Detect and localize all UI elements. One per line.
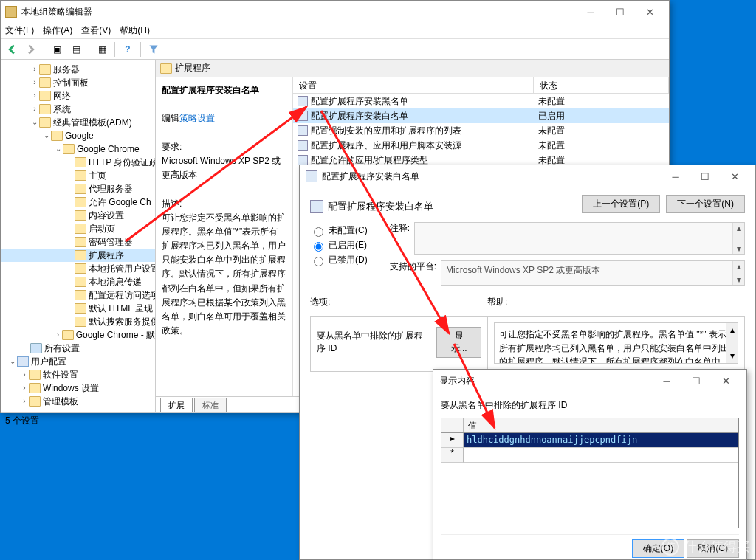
tree-item[interactable]: 经典管理模板(ADM) (53, 116, 132, 129)
tree-item[interactable]: 代理服务器 (89, 182, 133, 196)
option-label: 要从黑名单中排除的扩展程序 ID (317, 330, 430, 355)
desc-text: 可让您指定不受黑名单影响的扩展程序。黑名单值"*"表示所有扩展程序均已列入黑名单… (162, 212, 286, 336)
supported-box: Microsoft Windows XP SP2 或更高版本 ▴▾ (441, 260, 745, 286)
tree-item[interactable]: 密码管理器 (89, 235, 133, 249)
radio-enabled[interactable]: 已启用(E) (310, 239, 368, 252)
user-config-icon (17, 356, 29, 367)
list-button[interactable]: ▤ (68, 41, 84, 58)
folder-up-button[interactable]: ▣ (49, 41, 65, 58)
dialog1-title: 配置扩展程序安装白名单 (322, 170, 419, 183)
row-new[interactable]: * (441, 448, 464, 463)
dialog-icon (306, 170, 317, 182)
menu-file[interactable]: 文件(F) (5, 24, 34, 37)
scroll-up-icon[interactable]: ▴ (737, 223, 741, 233)
tab-extended[interactable]: 扩展 (160, 398, 193, 412)
tree-item[interactable]: 配置远程访问选项 (89, 288, 156, 302)
tree-item[interactable]: 用户配置 (31, 355, 66, 368)
filter-icon[interactable] (145, 41, 162, 58)
nav-tree[interactable]: ›服务器 ›控制面板 ›网络 ›系统 ⌄经典管理模板(ADM) ⌄Google … (1, 60, 156, 412)
policy-name: 配置扩展程序安装白名单 (162, 85, 259, 95)
extension-id-cell[interactable]: hldhciddgnhdnnoannaijjepcpndfijn (464, 433, 738, 448)
show-button[interactable]: 显示... (436, 327, 481, 358)
window-title: 本地组策略编辑器 (21, 6, 92, 18)
maximize-button[interactable]: ☐ (681, 370, 711, 391)
tree-item[interactable]: 网络 (53, 89, 71, 103)
ok-button[interactable]: 确定(O) (632, 539, 684, 558)
value-grid[interactable]: 值 ▸hldhciddgnhdnnoannaijjepcpndfijn * (441, 418, 739, 528)
policy-icon (298, 155, 308, 165)
tree-item[interactable]: Google Chrome (77, 142, 140, 156)
tree-item[interactable]: Google Chrome - 默 (76, 328, 155, 342)
menu-view[interactable]: 查看(V) (81, 24, 111, 37)
comment-label: 注释: (390, 222, 410, 235)
tree-item[interactable]: 内容设置 (89, 209, 124, 222)
menu-action[interactable]: 操作(A) (43, 24, 72, 37)
policy-icon (298, 125, 308, 136)
scroll-down-icon[interactable]: ▾ (737, 243, 741, 254)
close-button[interactable]: ✕ (711, 370, 740, 391)
tree-item[interactable]: 本地消息传递 (89, 275, 142, 288)
radio-disabled[interactable]: 已禁用(D) (310, 254, 368, 266)
comment-box[interactable]: ▴▾ (414, 222, 745, 255)
tree-item[interactable]: 允许 Google Ch (89, 196, 151, 209)
tree-item[interactable]: 控制面板 (53, 76, 89, 89)
minimize-button[interactable]: ─ (652, 370, 681, 391)
properties-button[interactable]: ▦ (94, 41, 110, 58)
policy-row[interactable]: 配置扩展程序安装黑名单未配置 (293, 94, 669, 108)
policy-row[interactable]: 配置扩展程序、应用和用户脚本安装源未配置 (293, 138, 669, 153)
empty-cell[interactable] (464, 448, 738, 463)
tab-standard[interactable]: 标准 (194, 398, 227, 412)
close-button[interactable]: ✕ (635, 1, 664, 22)
tree-item[interactable]: 所有设置 (44, 342, 80, 355)
dialog2-title: 显示内容 (439, 375, 475, 387)
help-button[interactable]: ? (120, 41, 136, 58)
menu-help[interactable]: 帮助(H) (120, 24, 150, 37)
tree-item[interactable]: 本地托管用户设置 (89, 262, 156, 275)
grid-col-header[interactable]: 值 (464, 418, 738, 432)
heading-icon (310, 200, 323, 213)
minimize-button[interactable]: ─ (661, 166, 690, 187)
policy-row-selected[interactable]: 配置扩展程序安装白名单已启用 (293, 108, 669, 123)
options-label: 选项: (310, 297, 330, 307)
maximize-button[interactable]: ☐ (605, 1, 635, 22)
radio-not-configured[interactable]: 未配置(C) (310, 224, 368, 237)
desc-label: 描述: (162, 198, 182, 209)
dialog1-heading: 配置扩展程序安装白名单 (328, 200, 433, 213)
cancel-button[interactable]: 取消(C) (687, 539, 739, 558)
edit-label: 编辑 (162, 113, 179, 123)
app-icon (5, 6, 17, 18)
row-selector[interactable]: ▸ (441, 433, 464, 448)
policy-row[interactable]: 配置强制安装的应用和扩展程序的列表未配置 (293, 123, 669, 138)
back-button[interactable] (4, 41, 20, 58)
tree-item[interactable]: 默认搜索服务提供 (89, 315, 156, 328)
policy-icon (298, 111, 308, 121)
scroll-up-icon[interactable]: ▴ (737, 261, 741, 272)
edit-policy-link[interactable]: 策略设置 (179, 113, 215, 123)
tree-item[interactable]: 启动页 (89, 222, 115, 235)
forward-button[interactable] (23, 41, 39, 58)
req-label: 要求: (162, 142, 182, 152)
tree-item[interactable]: 系统 (53, 103, 71, 116)
tree-item[interactable]: HTTP 身份验证政 (89, 156, 156, 169)
supported-label: 支持的平台: (390, 260, 436, 273)
col-setting[interactable]: 设置 (293, 77, 534, 93)
tree-item[interactable]: 主页 (89, 169, 106, 182)
prev-setting-button[interactable]: 上一个设置(P) (582, 195, 660, 213)
maximize-button[interactable]: ☐ (690, 166, 720, 187)
scroll-down-icon[interactable]: ▾ (730, 349, 735, 363)
tree-item[interactable]: 默认 HTML 呈现 (89, 302, 153, 315)
minimize-button[interactable]: ─ (576, 1, 605, 22)
req-text: Microsoft Windows XP SP2 或更高版本 (162, 156, 281, 180)
scroll-down-icon[interactable]: ▾ (737, 274, 741, 285)
policy-icon (298, 96, 308, 106)
tree-item[interactable]: 服务器 (53, 63, 80, 76)
tree-item-selected[interactable]: 扩展程序 (89, 249, 124, 262)
tree-item[interactable]: 管理模板 (43, 395, 78, 408)
col-state[interactable]: 状态 (534, 77, 669, 93)
next-setting-button[interactable]: 下一个设置(N) (666, 195, 745, 213)
tree-item[interactable]: Windows 设置 (43, 381, 99, 395)
close-button[interactable]: ✕ (720, 166, 749, 187)
scroll-up-icon[interactable]: ▴ (730, 323, 735, 337)
tree-item[interactable]: Google (65, 129, 94, 142)
tree-item[interactable]: 软件设置 (43, 368, 78, 381)
